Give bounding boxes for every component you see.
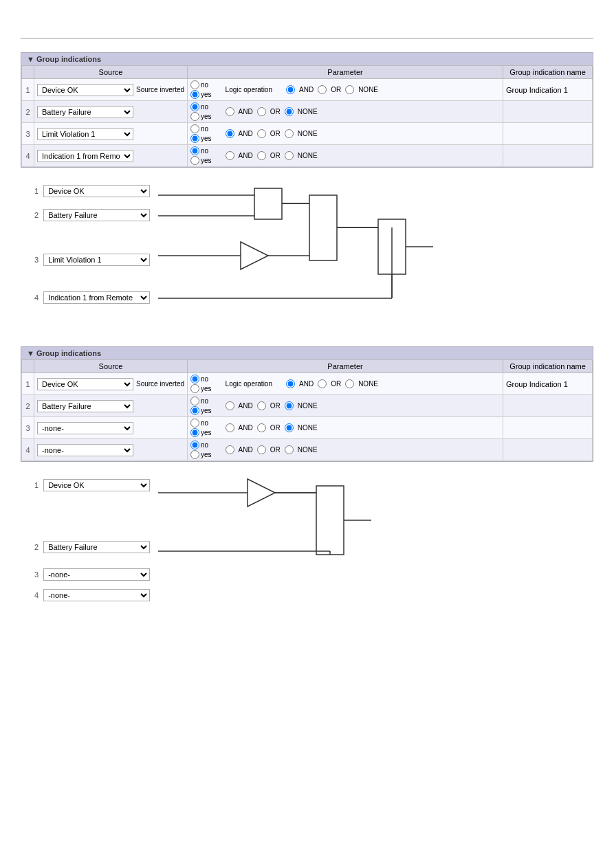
source-select-t2-r3[interactable]: -none- [37,422,133,434]
logic-radios: ANDORNONE [286,379,378,388]
col-parameter-1: Parameter [188,66,503,79]
group-indications-table-2: Source Parameter Group indication name 1… [21,359,593,461]
radio-and[interactable] [226,401,234,410]
svg-marker-4 [241,242,268,269]
radio-or[interactable] [318,379,327,388]
radio-yes[interactable] [190,450,199,459]
source-select-t2-r4[interactable]: -none- [37,444,133,456]
source-cell-t1-r2: Battery Failure [34,101,188,123]
radio-no[interactable] [190,80,199,89]
row-num-t1: 2 [22,101,34,123]
radio-no[interactable] [190,441,199,449]
row-num-t2: 2 [22,395,34,417]
row-num-t2: 4 [22,439,34,461]
radio-or[interactable] [257,129,266,138]
param-cell-t2-r1: noyesLogic operationANDORNONE [188,373,503,395]
radio-yes[interactable] [190,406,199,415]
radio-or-label: OR [270,446,281,454]
source-select-t2-r1[interactable]: Device OK [37,378,133,390]
diag2-select2[interactable]: Battery Failure [43,541,150,553]
radio-and[interactable] [226,423,234,432]
radio-no[interactable] [190,102,199,111]
no-yes-radios: noyes [190,397,212,415]
radio-and-label: AND [239,152,253,159]
radio-or[interactable] [257,423,266,432]
group-name-t1-r1: Group Indication 1 [503,79,593,101]
svg-rect-7 [309,195,337,260]
radio-and[interactable] [226,107,234,116]
radio-or[interactable] [257,151,266,160]
no-yes-radios: noyes [190,375,212,393]
radio-and[interactable] [226,445,234,454]
radio-no[interactable] [190,124,199,133]
radio-none[interactable] [285,129,294,138]
radio-or-label: OR [270,108,281,115]
radio-and[interactable] [286,85,295,94]
param-cell-t1-r4: noyesANDORNONE [188,145,503,167]
radio-and[interactable] [286,379,295,388]
radio-none[interactable] [285,151,294,160]
logic-radios: ANDORNONE [226,423,318,432]
radio-yes[interactable] [190,90,199,99]
radio-none[interactable] [285,445,294,454]
radio-or[interactable] [257,445,266,454]
radio-and[interactable] [226,129,234,138]
radio-and-label: AND [239,402,253,410]
radio-and-label: AND [239,446,253,454]
source-select-t1-r3[interactable]: Limit Violation 1 [37,128,133,140]
diag2-select1[interactable]: Device OK [43,479,150,491]
source-select-t1-r1[interactable]: Device OK [37,84,133,96]
radio-none[interactable] [285,423,294,432]
radio-yes[interactable] [190,428,199,437]
group-name-t2-r1: Group Indication 1 [503,373,593,395]
group-name-t2-r3 [503,417,593,439]
radio-no[interactable] [190,397,199,405]
row-num-t2: 3 [22,417,34,439]
row-num-t1: 4 [22,145,34,167]
radio-no[interactable] [190,375,199,383]
radio-and-label: AND [299,380,314,388]
section2: Group indications Source Parameter Group… [21,346,593,462]
source-select-t1-r2[interactable]: Battery Failure [37,106,133,118]
radio-none[interactable] [345,85,354,94]
radio-and[interactable] [226,151,234,160]
radio-yes-label: yes [201,135,212,142]
radio-none-label: NONE [298,402,318,410]
radio-none[interactable] [285,401,294,410]
logic-radios: ANDORNONE [226,107,318,116]
radio-yes-label: yes [201,113,212,120]
param-cell-t2-r4: noyesANDORNONE [188,439,503,461]
param-cell-t1-r3: noyesANDORNONE [188,123,503,145]
radio-yes[interactable] [190,134,199,143]
diagram-2: 1 Device OK 2 Battery Failure 3 -none- 4… [21,476,593,627]
radio-none-label: NONE [298,130,318,137]
group-indications-table-1: Source Parameter Group indication name 1… [21,65,593,167]
radio-or[interactable] [318,85,327,94]
diag2-select3[interactable]: -none- [43,568,150,581]
radio-yes-label: yes [201,157,212,164]
svg-rect-0 [254,188,282,219]
radio-yes-label: yes [201,91,212,98]
radio-yes[interactable] [190,112,199,121]
radio-or-label: OR [270,152,281,159]
radio-yes[interactable] [190,384,199,393]
source-select-t2-r2[interactable]: Battery Failure [37,400,133,412]
radio-none[interactable] [285,107,294,116]
radio-no-label: no [201,103,208,111]
radio-yes[interactable] [190,156,199,165]
radio-or-label: OR [331,380,341,388]
radio-or-label: OR [331,86,341,93]
group-indications-panel-1: Group indications Source Parameter Group… [21,52,593,168]
radio-none[interactable] [345,379,354,388]
radio-no-label: no [201,419,208,427]
radio-or[interactable] [257,107,266,116]
param-cell-t2-r3: noyesANDORNONE [188,417,503,439]
diag2-select4[interactable]: -none- [43,589,150,601]
radio-or[interactable] [257,401,266,410]
source-select-t1-r4[interactable]: Indication 1 from Remote [37,150,133,162]
table-row: 2Battery FailurenoyesANDORNONE [22,395,593,417]
radio-no[interactable] [190,419,199,427]
radio-no[interactable] [190,146,199,155]
diag2-row4: 4 -none- [34,589,150,601]
col-group-name-2: Group indication name [503,360,593,373]
